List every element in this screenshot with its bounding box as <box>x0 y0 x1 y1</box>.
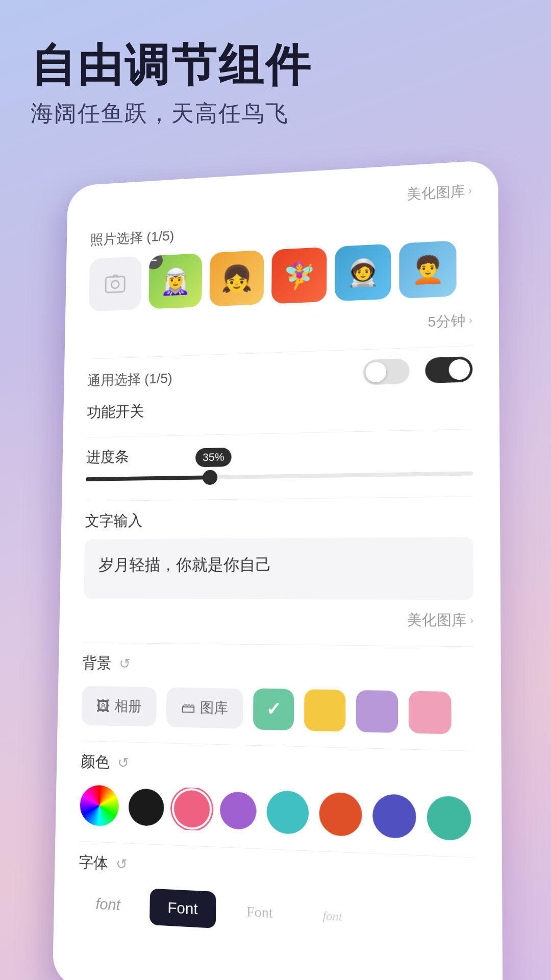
svg-rect-0 <box>106 276 125 292</box>
func-switch-label: 功能开关 <box>87 392 472 423</box>
color-circle-indigo[interactable] <box>372 794 416 839</box>
page-sub-title: 海阔任鱼跃，天高任鸟飞 <box>31 99 520 129</box>
toggle-on[interactable] <box>425 356 472 383</box>
photo-thumb-1[interactable]: − 🧝‍♀️ <box>148 253 202 309</box>
bg-row: 🖼 相册 🗃 图库 <box>82 685 474 735</box>
gallery-button[interactable]: 🗃 图库 <box>166 688 243 729</box>
bg-section-header: 背景 ↺ <box>82 653 473 679</box>
bg-section-title: 背景 <box>82 653 111 674</box>
color-section-title: 颜色 <box>81 751 110 773</box>
color-section: 颜色 ↺ <box>80 751 474 841</box>
color-circle-orange[interactable] <box>319 792 362 837</box>
color-circle-black[interactable] <box>128 788 164 826</box>
text-input-box[interactable]: 岁月轻描，你就是你自己 <box>84 537 473 600</box>
timer-row: 5分钟 › <box>88 311 472 345</box>
font-section-header: 字体 ↺ <box>79 852 474 891</box>
toggle-off[interactable] <box>363 358 410 385</box>
gallery-icon: 🗃 <box>181 699 195 716</box>
add-photo-button[interactable] <box>89 256 142 311</box>
font-btn-2[interactable]: Font <box>149 889 216 928</box>
color-circle-pink[interactable] <box>173 790 210 828</box>
color-row <box>80 784 474 841</box>
chevron-right-icon: › <box>468 184 472 198</box>
color-circle-purple[interactable] <box>220 791 257 830</box>
color-wheel[interactable] <box>80 785 119 827</box>
color-circle-teal[interactable] <box>266 790 309 835</box>
photo-thumb-2[interactable]: 👧 <box>209 250 264 306</box>
svg-point-1 <box>111 280 119 288</box>
general-section-label: 通用选择 (1/5) <box>87 369 172 390</box>
phone-panel: 美化图库 › 照片选择 (1/5) − 🧝‍♀️ 👧 <box>53 160 503 980</box>
top-library-link[interactable]: 美化图库 › <box>407 181 472 204</box>
bg-swatch-pink[interactable] <box>409 691 452 734</box>
font-section: 字体 ↺ font Font Font font <box>78 852 475 943</box>
font-reset-icon[interactable]: ↺ <box>116 855 128 873</box>
font-btn-1[interactable]: font <box>78 885 138 924</box>
page-main-title: 自由调节组件 <box>31 41 520 90</box>
album-icon: 🖼 <box>96 697 110 714</box>
progress-track[interactable]: 35% <box>86 471 473 481</box>
divider-1 <box>88 346 472 359</box>
progress-fill: 35% <box>86 475 216 481</box>
color-reset-icon[interactable]: ↺ <box>117 754 129 772</box>
toggle-group <box>363 356 473 385</box>
divider-5 <box>81 741 474 751</box>
photo-thumb-5[interactable]: 🧑‍🦱 <box>399 240 456 299</box>
color-circle-mint[interactable] <box>427 795 471 841</box>
text-library-link[interactable]: 美化图库 › <box>407 610 473 630</box>
bg-swatch-yellow[interactable] <box>304 689 345 731</box>
photo-thumb-4[interactable]: 🧑‍🚀 <box>335 244 391 302</box>
bg-swatch-purple[interactable] <box>356 690 398 733</box>
progress-thumb: 35% <box>202 470 217 485</box>
divider-2 <box>87 429 473 438</box>
font-btn-3[interactable]: Font <box>228 893 292 932</box>
divider-3 <box>85 496 473 501</box>
bg-swatch-green[interactable] <box>253 688 294 730</box>
text-library-row: 美化图库 › <box>83 608 473 630</box>
progress-label: 进度条 <box>86 439 473 468</box>
chevron-right-icon-2: › <box>468 314 472 327</box>
photo-row: − 🧝‍♀️ 👧 🧚‍♀️ 🧑‍🚀 🧑‍🦱 <box>89 240 472 312</box>
album-button[interactable]: 🖼 相册 <box>82 686 157 727</box>
progress-badge: 35% <box>195 448 231 467</box>
chevron-right-icon-3: › <box>470 614 474 627</box>
font-btn-4[interactable]: font <box>304 898 361 935</box>
text-input-label: 文字输入 <box>85 507 473 531</box>
general-section-row: 通用选择 (1/5) <box>87 356 472 393</box>
font-section-title: 字体 <box>79 852 108 874</box>
photo-thumb-3[interactable]: 🧚‍♀️ <box>271 247 327 304</box>
color-section-header: 颜色 ↺ <box>81 751 474 784</box>
font-row: font Font Font font <box>78 885 475 943</box>
timer-link[interactable]: 5分钟 › <box>428 311 472 332</box>
divider-4 <box>83 642 473 647</box>
bg-reset-icon[interactable]: ↺ <box>119 655 130 672</box>
